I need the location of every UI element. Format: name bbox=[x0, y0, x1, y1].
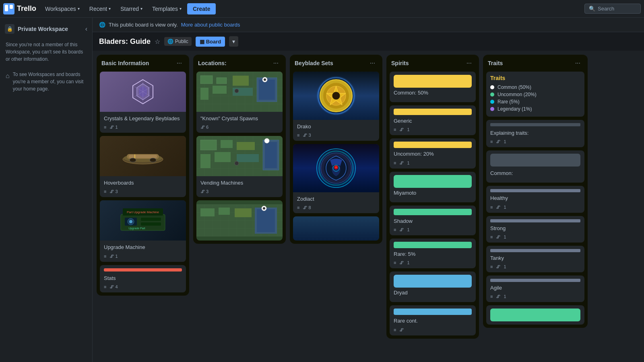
board-body: Basic Information ··· bbox=[93, 51, 644, 362]
column-header-beyblade: Beyblade Sets ··· bbox=[290, 55, 382, 70]
card-content-templar: Generic ≡ 🖇 1 bbox=[390, 105, 476, 135]
card-content-dryad: Rare cont. ≡ 🖇 bbox=[390, 305, 476, 335]
spirit-templar[interactable]: Generic ≡ 🖇 1 bbox=[390, 105, 476, 135]
main-content: 🌐 This public board is view only. More a… bbox=[93, 18, 644, 362]
card-map3[interactable] bbox=[196, 200, 283, 241]
card-trait-strong[interactable]: Strong ≡ 🖇 1 bbox=[486, 216, 584, 243]
workspaces-menu[interactable]: Workspaces ▾ bbox=[41, 3, 84, 14]
card-meta-crystal-spawns: 🖇 6 bbox=[200, 125, 279, 130]
card-trait-tanky[interactable]: Tanky ≡ 🖇 1 bbox=[486, 246, 584, 272]
sidebar-collapse-button[interactable]: ‹ bbox=[85, 25, 87, 33]
card-image-drako bbox=[293, 72, 379, 120]
board-view-expand-button[interactable]: ▾ bbox=[229, 36, 238, 47]
card-content-upgrade: Upgrade Machine ≡ 🖇 1 bbox=[100, 241, 186, 261]
templates-menu[interactable]: Templates ▾ bbox=[148, 3, 186, 14]
card-image-upgrade: Part Upgrade Machine Upgrade Part bbox=[100, 200, 186, 241]
board-visibility-button[interactable]: 🌐 Public bbox=[164, 37, 192, 46]
create-button[interactable]: Create bbox=[187, 3, 216, 14]
card-meta-zodiact: ≡ 🖇 8 bbox=[297, 205, 375, 210]
spirit-rare-header[interactable]: Dryad bbox=[390, 272, 476, 302]
globe-icon: 🌐 bbox=[167, 39, 173, 44]
card-trait-healthy[interactable]: Healthy ≡ 🖇 1 bbox=[486, 186, 584, 212]
spirit-generic[interactable]: Uncommon: 20% ≡ 🖇 1 bbox=[390, 138, 476, 168]
spirit-uncommon-header[interactable]: Miyamoto bbox=[390, 172, 476, 202]
topnav: Trello Workspaces ▾ Recent ▾ Starred ▾ T… bbox=[0, 0, 644, 18]
card-explaining-traits[interactable]: Explaining traits: ≡ 🖇 1 bbox=[486, 120, 584, 147]
svg-rect-41 bbox=[221, 140, 233, 148]
svg-point-58 bbox=[263, 207, 265, 210]
healthy-bar bbox=[490, 189, 580, 192]
recent-menu[interactable]: Recent ▾ bbox=[85, 3, 115, 14]
card-image-map1 bbox=[196, 72, 283, 112]
spirit-meta-shadow: ≡ 🖇 1 bbox=[394, 260, 472, 265]
attachment-icon: 🖇 bbox=[109, 254, 114, 259]
board-view-button[interactable]: ▦ Board bbox=[196, 37, 225, 47]
card-desc-icon: ≡ bbox=[104, 125, 106, 130]
board-header: Bladers: Guide ☆ 🌐 Public ▦ Board ▾ bbox=[93, 32, 644, 51]
column-cards-beyblade: Drako ≡ 🖇 3 bbox=[290, 70, 382, 244]
spirit-miyamoto[interactable]: Shadow ≡ 🖇 1 bbox=[390, 206, 476, 235]
description-icon: ≡ bbox=[490, 139, 493, 144]
description-icon: ≡ bbox=[490, 205, 493, 210]
globe-icon: 🌐 bbox=[99, 22, 105, 28]
attachment-icon: 🖇 bbox=[109, 125, 114, 130]
generic-label-bar bbox=[394, 142, 472, 148]
card-meta-crystals: ≡ 🖇 1 bbox=[104, 125, 182, 130]
column-menu-button[interactable]: ··· bbox=[174, 59, 184, 68]
board-icon: ▦ bbox=[200, 39, 204, 45]
card-trait-agile[interactable]: Agile ≡ 🖇 1 bbox=[486, 276, 584, 302]
card-zodiact[interactable]: Zodiact ≡ 🖇 8 bbox=[293, 144, 379, 213]
card-content-hoverboards: Hoverboards ≡ 🖇 3 bbox=[100, 176, 186, 197]
star-icon[interactable]: ☆ bbox=[155, 38, 160, 45]
attachment-icon: 🖇 bbox=[303, 205, 307, 210]
column-header-traits: Traits ··· bbox=[483, 55, 588, 70]
description-icon: ≡ bbox=[490, 234, 493, 239]
card-crystal-spawns[interactable]: "Known" Crystal Spawns 🖇 6 bbox=[196, 72, 283, 133]
description-icon: ≡ bbox=[490, 294, 493, 299]
column-menu-button[interactable]: ··· bbox=[573, 59, 583, 68]
search-bar[interactable]: 🔍 Search bbox=[584, 4, 641, 14]
spirit-dryad[interactable]: Rare cont. ≡ 🖇 bbox=[390, 305, 476, 335]
card-image-hoverboards bbox=[100, 136, 186, 176]
spirit-shadow[interactable]: Rare: 5% ≡ 🖇 1 bbox=[390, 239, 476, 268]
svg-point-71 bbox=[335, 167, 337, 168]
card-drako[interactable]: Drako ≡ 🖇 3 bbox=[293, 72, 379, 141]
tanky-bar bbox=[490, 249, 580, 252]
column-menu-button[interactable]: ··· bbox=[271, 59, 281, 68]
card-beyblade-bottom[interactable] bbox=[293, 216, 379, 241]
card-trait-more[interactable] bbox=[486, 305, 584, 325]
svg-point-21 bbox=[129, 220, 132, 223]
card-content-miyamoto: Shadow ≡ 🖇 1 bbox=[390, 206, 476, 235]
dryad-label-bar bbox=[394, 309, 472, 315]
starred-menu[interactable]: Starred ▾ bbox=[116, 3, 147, 14]
stats-color-bar bbox=[104, 268, 182, 272]
column-header-locations: Locations: ··· bbox=[193, 55, 286, 70]
card-common-section[interactable]: Common: bbox=[486, 150, 584, 183]
spirit-common-header[interactable]: Common: 50% bbox=[390, 72, 476, 102]
public-boards-link[interactable]: More about public boards bbox=[181, 22, 240, 28]
column-menu-button[interactable]: ··· bbox=[464, 59, 474, 68]
sidebar-header: 🔒 Private Workspace ‹ bbox=[0, 21, 92, 37]
card-stats[interactable]: Stats ≡ 🖇 4 bbox=[100, 265, 186, 292]
card-vending-machines[interactable]: Vending Machines 🖇 3 bbox=[196, 136, 283, 197]
card-hoverboards[interactable]: Hoverboards ≡ 🖇 3 bbox=[100, 136, 186, 197]
attachment-icon: 🖇 bbox=[399, 227, 404, 232]
card-meta-explaining: ≡ 🖇 1 bbox=[490, 139, 580, 144]
description-icon: ≡ bbox=[297, 133, 299, 138]
card-trait-rarities[interactable]: Traits Common (50%) Uncommon (20%) bbox=[486, 72, 584, 117]
description-icon: ≡ bbox=[104, 125, 106, 130]
spirit-meta-dryad: ≡ 🖇 bbox=[394, 327, 472, 332]
svg-rect-2 bbox=[10, 5, 13, 9]
card-upgrade-machine[interactable]: Part Upgrade Machine Upgrade Part Upgrad… bbox=[100, 200, 186, 261]
column-header-basic-info: Basic Information ··· bbox=[97, 55, 189, 70]
svg-point-63 bbox=[332, 92, 340, 100]
attachment-icon: 🖇 bbox=[200, 189, 205, 194]
description-icon: ≡ bbox=[394, 127, 396, 132]
search-icon: 🔍 bbox=[589, 6, 595, 12]
description-icon: ≡ bbox=[394, 160, 396, 165]
card-meta-drako: ≡ 🖇 3 bbox=[297, 133, 375, 138]
card-crystals[interactable]: Crystals & Legendary Beyblades ≡ 🖇 1 bbox=[100, 72, 186, 133]
svg-rect-28 bbox=[217, 78, 227, 84]
spirit-meta-miyamoto: ≡ 🖇 1 bbox=[394, 227, 472, 232]
column-menu-button[interactable]: ··· bbox=[367, 59, 378, 68]
